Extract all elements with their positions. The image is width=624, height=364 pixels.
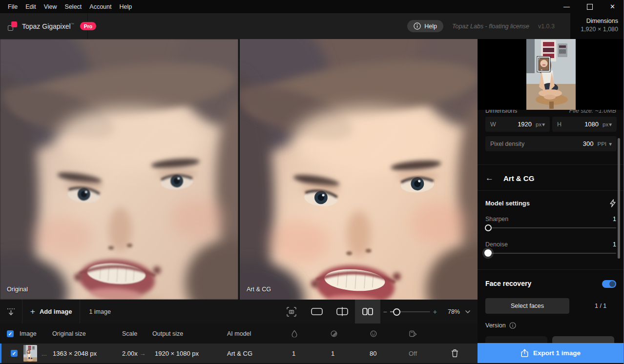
app-window: File Edit View Select Account Help — ✕ T…: [0, 0, 624, 364]
model-panel-title: Art & CG: [503, 174, 534, 182]
select-faces-button[interactable]: Select faces: [485, 298, 569, 314]
caret-down-icon: ▾: [609, 141, 612, 147]
menu-edit[interactable]: Edit: [25, 3, 36, 10]
image-queue-table: ✓ Image Original size Scale Output size …: [0, 324, 478, 364]
checkbox-checked-icon: ✓: [7, 330, 14, 337]
pixel-density-value[interactable]: 300: [583, 140, 594, 147]
info-icon: [414, 22, 421, 30]
sidebar-scrollbar[interactable]: [618, 138, 620, 259]
version-option-2-button[interactable]: [552, 336, 614, 343]
height-unit-dropdown[interactable]: px▾: [603, 121, 612, 128]
model-settings-row: Model settings: [485, 199, 616, 207]
caret-down-icon: ▾: [542, 121, 545, 128]
processed-image-pane[interactable]: Art & CG: [240, 39, 478, 300]
auto-settings-icon[interactable]: [609, 199, 616, 207]
width-unit-dropdown[interactable]: px▾: [536, 121, 545, 128]
menu-account[interactable]: Account: [89, 3, 111, 10]
delete-row-button[interactable]: [451, 349, 458, 358]
sharpen-column-icon: [331, 330, 337, 337]
single-view-button[interactable]: [304, 300, 330, 324]
navigator-thumbnail[interactable]: [526, 39, 576, 110]
divider: [478, 164, 624, 165]
zoom-slider-handle[interactable]: [393, 308, 400, 316]
file-size-label: File size: ~1.0MB: [569, 110, 616, 114]
row-checkbox[interactable]: ✓: [11, 350, 18, 357]
sharpen-slider-handle[interactable]: [485, 224, 492, 231]
menu-file[interactable]: File: [8, 3, 18, 10]
face-recovery-title: Face recovery: [485, 280, 531, 287]
queue-header-row: ✓ Image Original size Scale Output size …: [0, 324, 478, 344]
width-field[interactable]: W 1920 px▾: [485, 117, 550, 132]
queue-row[interactable]: ✓ ... 1363 × 2048 px 2.00x → 1920 × 1080…: [0, 344, 478, 363]
row-denoise-value: 1: [292, 350, 295, 357]
zoom-out-button[interactable]: −: [380, 308, 390, 316]
add-image-button[interactable]: + Add image: [22, 300, 80, 324]
sidebar-dimensions-label: Dimensions: [485, 110, 517, 114]
width-value[interactable]: 1920: [518, 121, 532, 128]
sharpen-slider[interactable]: [485, 227, 616, 228]
original-image-pane[interactable]: Original: [0, 39, 238, 300]
navigator-strip: [478, 39, 624, 110]
original-pane-label: Original: [7, 286, 28, 293]
back-arrow-button[interactable]: ←: [485, 173, 494, 183]
caret-down-icon: ▾: [609, 121, 612, 128]
version-info-icon[interactable]: [509, 322, 516, 329]
dimensions-label: Dimensions: [570, 18, 618, 24]
height-field[interactable]: H 1080 px▾: [552, 117, 617, 132]
export-label: Export 1 image: [533, 349, 581, 357]
zoom-to-face-button[interactable]: [279, 300, 304, 324]
chevron-down-icon[interactable]: [465, 310, 471, 314]
minimize-icon: —: [563, 3, 570, 10]
output-dimensions-summary: Dimensions 1,920 × 1,080: [570, 13, 624, 39]
checkbox-checked-icon: ✓: [11, 350, 18, 357]
split-view-button[interactable]: [330, 300, 355, 324]
pixel-density-unit-dropdown[interactable]: PPI ▾: [597, 141, 612, 147]
side-by-side-view-button[interactable]: [355, 300, 380, 324]
menu-help[interactable]: Help: [120, 3, 132, 10]
face-recovery-toggle[interactable]: [602, 280, 616, 288]
close-button[interactable]: ✕: [601, 0, 624, 13]
menu-select[interactable]: Select: [65, 3, 82, 10]
file-info-row: Dimensions File size: ~1.0MB: [478, 110, 624, 116]
menu-bar: File Edit View Select Account Help — ✕: [0, 0, 624, 13]
denoise-slider[interactable]: [485, 253, 616, 254]
zoom-percent[interactable]: 78%: [448, 308, 460, 315]
version-option-1-button[interactable]: [485, 336, 547, 343]
image-count: 1 image: [80, 308, 110, 315]
denoise-value: 1: [613, 241, 616, 248]
zoom-slider[interactable]: [390, 311, 430, 312]
toggle-knob: [609, 281, 615, 287]
pro-badge: Pro: [80, 22, 97, 30]
single-view-icon: [311, 308, 323, 315]
camera-fit-icon: [286, 306, 297, 317]
help-button[interactable]: Help: [407, 20, 443, 32]
pixel-density-field[interactable]: Pixel density 300 PPI ▾: [485, 136, 617, 151]
topaz-logo-icon: [8, 21, 17, 31]
pixel-density-label: Pixel density: [490, 141, 524, 147]
row-color-value: Off: [409, 350, 417, 357]
bottom-toolbar: + Add image 1 image: [0, 300, 478, 324]
processed-pane-label: Art & CG: [247, 286, 271, 293]
color-profile-column-icon: [409, 330, 417, 337]
collapse-panel-button[interactable]: [0, 300, 22, 324]
zoom-in-button[interactable]: +: [430, 308, 440, 316]
face-recovery-column-icon: [370, 330, 377, 337]
row-scale[interactable]: 2.00x →: [122, 350, 146, 357]
help-label: Help: [424, 23, 437, 30]
model-panel-header: ← Art & CG: [485, 173, 534, 183]
brand: Topaz Gigapixel™ Pro: [0, 13, 88, 39]
col-original-size: Original size: [52, 330, 86, 337]
menu-view[interactable]: View: [44, 3, 57, 10]
export-icon: [521, 349, 528, 357]
col-scale: Scale: [122, 330, 137, 337]
minimize-button[interactable]: —: [555, 0, 578, 13]
maximize-button[interactable]: [578, 0, 601, 13]
row-ai-model[interactable]: Art & CG: [227, 350, 252, 357]
export-button[interactable]: Export 1 image: [478, 343, 624, 363]
collapse-panel-icon: [7, 308, 15, 316]
model-settings-title: Model settings: [485, 200, 530, 207]
height-value[interactable]: 1080: [584, 121, 599, 128]
select-all-checkbox[interactable]: ✓: [7, 330, 14, 337]
denoise-column-icon: [291, 330, 297, 337]
denoise-slider-handle[interactable]: [484, 249, 492, 257]
